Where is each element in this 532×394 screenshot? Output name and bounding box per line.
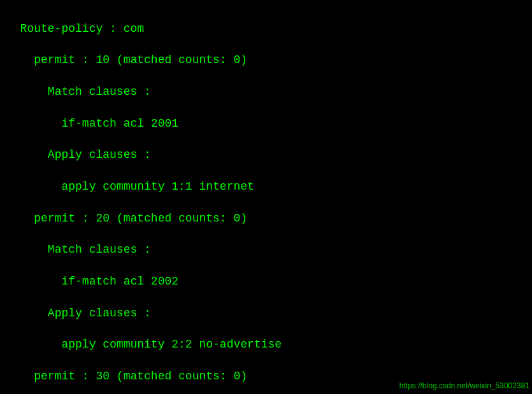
line-2: Match clauses : <box>20 85 151 98</box>
watermark-text: https://blog.csdn.net/weixin_53002381 <box>399 381 529 391</box>
line-3: if-match acl 2001 <box>20 117 178 130</box>
line-10: apply community 2:2 no-advertise <box>20 338 282 351</box>
line-7: Match clauses : <box>20 243 151 256</box>
line-4: Apply clauses : <box>20 148 151 161</box>
line-0: Route-policy : com <box>20 22 144 35</box>
line-6: permit : 20 (matched counts: 0) <box>20 212 247 225</box>
line-9: Apply clauses : <box>20 307 151 320</box>
line-11: permit : 30 (matched counts: 0) <box>20 370 247 383</box>
line-8: if-match acl 2002 <box>20 275 178 288</box>
line-1: permit : 10 (matched counts: 0) <box>20 53 247 66</box>
line-5: apply community 1:1 internet <box>20 180 254 193</box>
terminal-output: Route-policy : com permit : 10 (matched … <box>6 5 526 394</box>
